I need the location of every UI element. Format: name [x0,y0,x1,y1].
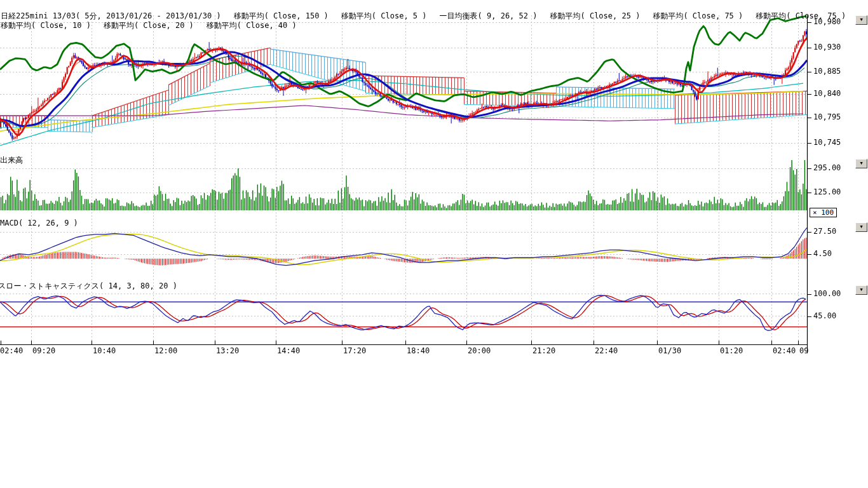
legend-ma20: 移動平均( Close, 20 ) [104,20,194,31]
volume-axis-label: 295.00 [813,163,841,172]
chart-application: ▼ 先物 ▼ 日経225mini ▼ 13/03 ▼ 足 ↗ 日 週 月 分 I… [0,0,868,488]
time-axis-label: 20:00 [468,346,491,355]
price-axis-label: 10,930 [813,43,841,51]
chart-canvas[interactable] [0,0,868,357]
price-axis-label: 10,745 [813,138,841,147]
stoch-axis-scale-dropdown[interactable]: ▼ [855,285,867,295]
time-axis-label: 09:20 [32,346,55,355]
time-axis-label: 22:40 [595,346,618,355]
price-axis-label: 10,980 [813,17,841,26]
legend-ma75a: 移動平均( Close, 75 ) [653,11,743,22]
legend-ichimoku: 一目均衡表( 9, 26, 52 ) [440,11,538,22]
price-axis-label: 10,795 [813,112,841,121]
volume-multiplier-badge: × 100 [810,208,837,217]
time-axis-label: 12:00 [154,346,177,355]
time-axis-label: 01/30 [658,346,681,355]
time-axis-label: 10:40 [93,346,116,355]
price-axis-label: 10,840 [813,89,841,98]
price-axis-scale-dropdown[interactable]: ▼ [855,15,867,25]
time-axis-label: 02:40 [0,346,23,355]
stoch-axis-label: 100.00 [813,289,841,298]
chart-area: 日経225mini 13/03( 5分, 2013/01/26 - 2013/0… [0,0,868,357]
legend-ma5: 移動平均( Close, 5 ) [341,11,427,22]
price-axis-label: 10,885 [813,67,841,76]
time-axis-label: 09 [799,346,808,355]
macd-axis-label: 4.50 [813,249,832,258]
macd-axis-scale-dropdown[interactable]: ▼ [855,222,867,232]
legend-ma10: 移動平均( Close, 10 ) [1,20,91,31]
time-axis-label: 17:20 [343,346,366,355]
volume-axis-label: 125.00 [813,187,841,196]
time-axis-label: 13:20 [216,346,239,355]
macd-axis-label: 27.50 [813,227,836,236]
stoch-panel-title: スロー・ストキャスティクス( 14, 3, 80, 20 ) [0,281,177,292]
stoch-axis-label: 45.00 [813,311,836,320]
volume-axis-scale-dropdown[interactable]: ▼ [855,159,867,168]
time-axis-label: 21:20 [532,346,555,355]
chart-legend-line2: 移動平均( Close, 10 ) 移動平均( Close, 20 ) 移動平均… [1,20,297,31]
macd-panel-title: MACD( 12, 26, 9 ) [0,219,78,227]
time-axis-label: 14:40 [277,346,300,355]
time-axis-label: 01:20 [720,346,743,355]
legend-ma25: 移動平均( Close, 25 ) [550,11,640,22]
volume-panel-title: 出来高 [0,155,23,166]
time-axis-label: 02:40 [773,346,796,355]
time-axis-label: 18:40 [407,346,430,355]
legend-ma40: 移動平均( Close, 40 ) [207,20,297,31]
